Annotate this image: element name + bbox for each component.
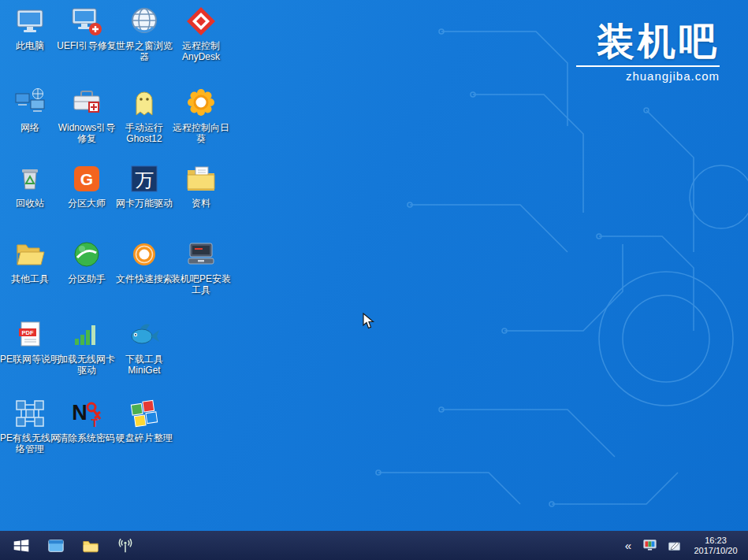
desktop-icon-partition-assistant[interactable]: 分区助手 [57, 238, 117, 284]
desktop-icon-clear-system-password[interactable]: N T 清除系统密码 [57, 397, 117, 443]
network-tool-button[interactable] [112, 533, 139, 558]
partition-assistant-sphere-icon [70, 238, 103, 271]
sunflower-icon [184, 87, 218, 120]
icon-label: 装机吧PE安装工具 [171, 273, 231, 295]
open-folder-icon [13, 238, 47, 271]
wan-character-icon: 万 [128, 162, 161, 195]
icon-label: 其他工具 [11, 273, 49, 284]
svg-text:万: 万 [135, 169, 154, 191]
globe-icon [128, 5, 161, 38]
desktop-icon-network[interactable]: 网络 [0, 87, 60, 133]
desktop-icon-this-pc[interactable]: 此电脑 [0, 5, 60, 51]
desktop-icon-sunflower-remote[interactable]: 远程控制向日葵 [171, 87, 231, 144]
desktop-icon-other-tools[interactable]: 其他工具 [0, 238, 60, 284]
pdf-document-icon: PDF [13, 318, 47, 351]
icon-label: 手动运行Ghost12 [114, 122, 174, 144]
icon-label: 网络 [20, 122, 39, 133]
icon-label: 分区大师 [68, 198, 106, 209]
brand-logo-text: 装机吧 [576, 22, 720, 61]
toolbox-icon [70, 87, 103, 120]
svg-text:T: T [91, 417, 99, 429]
wireless-antenna-icon [117, 537, 134, 554]
desktop-icon-partition-master[interactable]: G 分区大师 [57, 162, 117, 209]
clock-date: 2017/10/20 [691, 546, 740, 556]
icon-label: 此电脑 [16, 40, 44, 51]
this-pc-icon [13, 5, 47, 38]
desktop-icon-disk-defrag[interactable]: 硬盘碎片整理 [114, 397, 174, 443]
network-computers-icon [13, 87, 47, 120]
desktop-icon-ghost12[interactable]: 手动运行Ghost12 [114, 87, 174, 144]
icon-label: 网卡万能驱动 [116, 198, 173, 209]
pe-installer-device-icon [184, 238, 218, 271]
fish-icon [128, 318, 161, 351]
icon-label: 分区助手 [68, 273, 106, 284]
folder-icon [82, 537, 99, 554]
signal-bars-icon [70, 318, 103, 351]
icon-label: 远程控制向日葵 [171, 122, 231, 144]
display-settings-tray-button[interactable] [642, 534, 657, 558]
desktop-icon-recycle-bin[interactable]: 回收站 [0, 162, 60, 209]
desktop-icon-pe-network-manager[interactable]: PE有线无线网络管理 [0, 397, 60, 454]
recycle-bin-icon [13, 162, 47, 195]
folder-documents-icon [184, 162, 218, 195]
desktop-icon-uefi-boot-repair[interactable]: UEFI引导修复 [57, 5, 117, 51]
start-button[interactable] [8, 533, 35, 558]
network-nodes-icon [13, 397, 47, 430]
windows-logo-icon [13, 537, 30, 554]
icon-label: Widnows引导修复 [57, 122, 117, 144]
desktop-icon-pe-network-guide[interactable]: PDF PE联网等说明 [0, 318, 60, 365]
desktop-icon-file-quick-search[interactable]: 文件快速搜索 [114, 238, 174, 284]
clock-time: 16:23 [691, 536, 740, 546]
icon-label: 清除系统密码 [58, 432, 115, 443]
defrag-blocks-icon [128, 397, 161, 430]
desktop[interactable]: 装机吧 zhuangjiba.com 此电脑 UEFI引导修复 世界之窗浏览 [0, 0, 748, 560]
desktop-icon-wireless-driver-loader[interactable]: 加载无线网卡驱动 [57, 318, 117, 376]
icon-label: 资料 [192, 198, 210, 209]
mouse-cursor [363, 313, 378, 333]
desktop-icon-anydesk[interactable]: 远程控制AnyDesk [171, 5, 231, 62]
icon-label: 加载无线网卡驱动 [57, 354, 117, 376]
brand-logo: 装机吧 zhuangjiba.com [576, 22, 720, 83]
system-tray: « 16:23 2017/10/20 [623, 534, 743, 558]
app-window-icon [47, 537, 65, 554]
brand-logo-url: zhuangjiba.com [576, 69, 720, 83]
svg-text:PDF: PDF [22, 329, 34, 336]
desktop-icon-miniget[interactable]: 下载工具MiniGet [114, 318, 174, 376]
taskbar-clock[interactable]: 16:23 2017/10/20 [691, 536, 740, 556]
partition-master-g-icon: G [70, 162, 103, 195]
desktop-icon-zhuangjiba-pe-installer[interactable]: 装机吧PE安装工具 [171, 238, 231, 295]
nt-password-key-icon: N T [70, 397, 103, 430]
svg-text:N: N [72, 401, 87, 425]
monitor-repair-icon [70, 5, 103, 38]
desktop-icon-data-folder[interactable]: 资料 [171, 162, 231, 209]
input-method-tray-button[interactable] [667, 534, 682, 558]
icon-label: 远程控制AnyDesk [171, 40, 231, 62]
icon-label: 硬盘碎片整理 [116, 432, 173, 443]
anydesk-diamond-icon [184, 5, 218, 38]
icon-label: PE有线无线网络管理 [0, 432, 60, 454]
icon-label: UEFI引导修复 [57, 40, 116, 51]
taskbar-app-window-button[interactable] [43, 533, 69, 558]
icon-label: 世界之窗浏览器 [114, 40, 174, 62]
icon-label: 回收站 [16, 198, 44, 209]
search-ring-icon [128, 238, 161, 271]
svg-text:G: G [80, 170, 93, 188]
display-colors-icon [642, 538, 657, 553]
icon-label: PE联网等说明 [0, 354, 60, 365]
desktop-icon-world-window-browser[interactable]: 世界之窗浏览器 [114, 5, 174, 62]
brand-logo-rule [576, 65, 720, 67]
taskbar: « 16:23 2017/10/20 [0, 531, 748, 560]
icon-label: 下载工具MiniGet [114, 354, 174, 376]
ghost-icon [128, 87, 161, 120]
desktop-icon-nic-universal-driver[interactable]: 万 网卡万能驱动 [114, 162, 174, 209]
pen-pad-icon [667, 538, 682, 553]
file-explorer-button[interactable] [77, 533, 104, 558]
desktop-icon-windows-boot-repair[interactable]: Widnows引导修复 [57, 87, 117, 144]
icon-label: 文件快速搜索 [116, 273, 173, 284]
tray-collapse-chevron-icon[interactable]: « [623, 540, 633, 551]
